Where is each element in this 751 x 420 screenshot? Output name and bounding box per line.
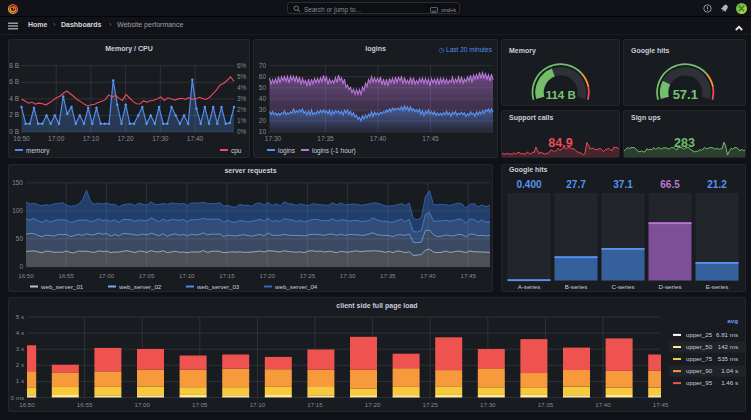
svg-text:upper_50: upper_50 [686,343,713,350]
svg-text:17:30: 17:30 [265,135,282,142]
svg-text:upper_95: upper_95 [686,379,713,386]
svg-text:0 ms: 0 ms [11,394,24,401]
svg-text:150: 150 [12,179,23,186]
svg-text:3 s: 3 s [16,345,24,352]
svg-text:8 B: 8 B [9,62,19,69]
svg-text:avg: avg [727,317,738,324]
svg-text:142 ms: 142 ms [718,343,738,350]
svg-text:C-series: C-series [611,283,634,290]
svg-text:30: 30 [259,106,267,113]
svg-text:17:40: 17:40 [420,272,436,279]
svg-text:27.7: 27.7 [566,179,586,190]
svg-text:0.400: 0.400 [516,179,541,190]
svg-text:6%: 6% [237,62,247,69]
svg-text:40: 40 [259,95,267,102]
svg-text:17:30: 17:30 [340,272,356,279]
svg-text:50: 50 [259,84,267,91]
svg-text:17:40: 17:40 [187,135,204,142]
svg-text:4%: 4% [237,84,247,91]
svg-text:16:50: 16:50 [13,135,30,142]
svg-text:17:40: 17:40 [595,401,611,408]
svg-text:17:45: 17:45 [460,272,476,279]
svg-text:upper_90: upper_90 [686,367,713,374]
svg-text:17:20: 17:20 [117,135,134,142]
svg-text:17:35: 17:35 [380,272,396,279]
svg-text:17:00: 17:00 [134,401,150,408]
svg-text:memory: memory [26,147,50,155]
svg-text:17:25: 17:25 [422,401,438,408]
svg-text:17:20: 17:20 [259,272,275,279]
svg-text:upper_25: upper_25 [686,331,713,338]
svg-text:1.04 s: 1.04 s [721,367,738,374]
svg-text:70: 70 [259,62,267,69]
svg-text:web_server_02: web_server_02 [118,283,162,290]
svg-text:16:55: 16:55 [58,272,74,279]
svg-text:A-series: A-series [518,283,541,290]
svg-text:1%: 1% [237,117,247,124]
svg-text:21.2: 21.2 [707,179,727,190]
svg-text:17:00: 17:00 [48,135,65,142]
svg-text:114 B: 114 B [546,89,576,101]
svg-text:17:45: 17:45 [422,135,439,142]
svg-text:2 s: 2 s [16,361,24,368]
svg-text:50: 50 [16,235,24,242]
svg-text:web_server_04: web_server_04 [274,283,318,290]
svg-text:web_server_01: web_server_01 [40,283,84,290]
svg-text:17:35: 17:35 [317,135,334,142]
svg-text:66.5: 66.5 [660,179,680,190]
svg-text:2%: 2% [237,106,247,113]
svg-text:cpu: cpu [231,147,242,155]
svg-text:17:10: 17:10 [250,401,266,408]
svg-text:5 s: 5 s [16,313,24,320]
svg-text:B-series: B-series [565,283,588,290]
svg-text:535 ms: 535 ms [718,355,738,362]
svg-text:logins: logins [278,147,296,155]
svg-text:16:55: 16:55 [77,401,93,408]
svg-text:20: 20 [259,117,267,124]
svg-text:17:20: 17:20 [365,401,381,408]
svg-text:17:45: 17:45 [653,401,669,408]
svg-text:1 s: 1 s [16,377,24,384]
svg-text:1.46 s: 1.46 s [721,379,738,386]
svg-text:D-series: D-series [658,283,681,290]
svg-text:E-series: E-series [706,283,729,290]
svg-text:10: 10 [259,128,267,135]
svg-text:17:05: 17:05 [192,401,208,408]
svg-text:57.1: 57.1 [673,87,698,102]
svg-text:17:25: 17:25 [300,272,316,279]
svg-text:17:05: 17:05 [139,272,155,279]
svg-text:60: 60 [259,73,267,80]
svg-text:17:30: 17:30 [480,401,496,408]
svg-text:0 B: 0 B [9,128,19,135]
svg-text:4 B: 4 B [9,95,19,102]
svg-text:100: 100 [12,207,23,214]
svg-text:17:35: 17:35 [538,401,554,408]
svg-text:2 B: 2 B [9,111,19,118]
svg-text:17:40: 17:40 [370,135,387,142]
svg-text:web_server_03: web_server_03 [196,283,240,290]
svg-text:upper_75: upper_75 [686,355,713,362]
svg-text:6.81 ms: 6.81 ms [716,331,738,338]
svg-text:16:50: 16:50 [18,272,34,279]
svg-text:0%: 0% [237,128,247,135]
svg-text:17:10: 17:10 [179,272,195,279]
svg-text:17:10: 17:10 [83,135,100,142]
svg-text:17:15: 17:15 [307,401,323,408]
svg-text:17:30: 17:30 [152,135,169,142]
svg-text:5%: 5% [237,73,247,80]
svg-text:logins (-1 hour): logins (-1 hour) [312,147,356,155]
svg-text:16:50: 16:50 [19,401,35,408]
svg-text:0: 0 [19,263,23,270]
svg-text:4 s: 4 s [16,329,24,336]
svg-text:17:15: 17:15 [219,272,235,279]
svg-text:3%: 3% [237,95,247,102]
svg-text:17:00: 17:00 [99,272,115,279]
svg-text:6 B: 6 B [9,78,19,85]
svg-text:37.1: 37.1 [613,179,633,190]
